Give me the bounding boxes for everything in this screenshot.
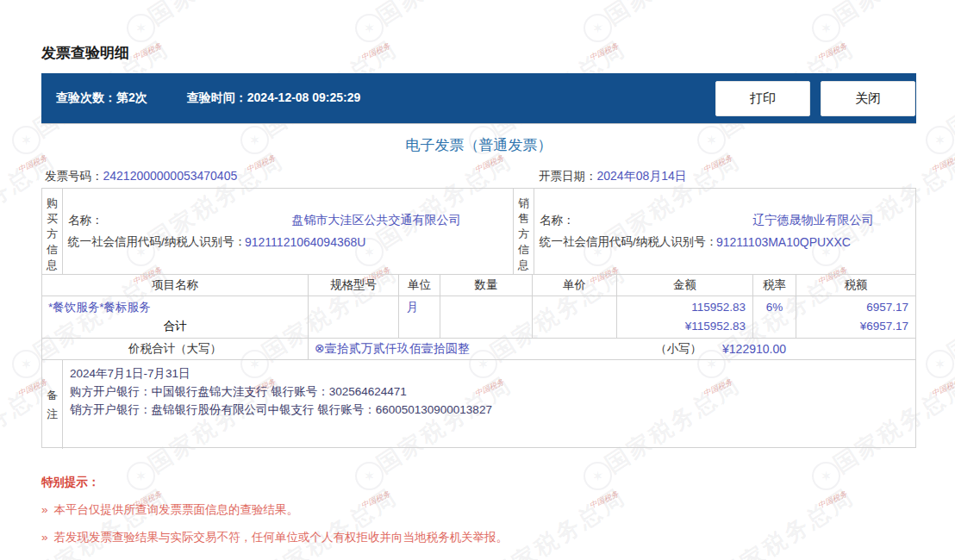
header-tax-rate: 税率 <box>753 275 796 296</box>
check-count: 查验次数：第2次 <box>56 90 147 106</box>
item-amount-col: 115952.83 ¥115952.83 <box>617 296 753 338</box>
item-tax-col: 6957.17 ¥6957.17 <box>796 296 915 338</box>
unit-spacer <box>399 318 440 338</box>
seller-name-value: 辽宁德晟物业有限公司 <box>716 213 910 228</box>
toolbar-buttons: 打印 关闭 <box>715 81 915 116</box>
item-spec <box>309 296 398 317</box>
item-quantity <box>440 296 532 317</box>
header-quantity: 数量 <box>440 275 533 296</box>
invoice-meta-row: 发票号码：24212000000053470405 开票日期：2024年08月1… <box>41 169 916 186</box>
invoice-date: 开票日期：2024年08月14日 <box>539 169 687 184</box>
invoice-number-value: 24212000000053470405 <box>103 169 238 183</box>
seller-info: 名称： 辽宁德晟物业有限公司 统一社会信用代码/纳税人识别号： 91211103… <box>534 189 915 274</box>
notice-item: »若发现发票查验结果与实际交易不符，任何单位或个人有权拒收并向当地税务机关举报。 <box>41 530 916 545</box>
buyer-panel-label: 购买方信息 <box>42 189 63 274</box>
items-row: *餐饮服务*餐标服务 合计 月 115952.83 ¥115952.8 <box>42 296 915 339</box>
buyer-taxid-line: 统一社会信用代码/纳税人识别号： 91211121064094368U <box>68 234 508 250</box>
page-title: 发票查验明细 <box>41 43 129 63</box>
item-unit-price <box>533 296 616 317</box>
remark-content: 2024年7月1日-7月31日 购方开户银行：中国银行盘锦大洼支行 银行账号：3… <box>63 360 915 449</box>
grand-total-label: 价税合计（大写） <box>42 339 309 359</box>
item-amount: 115952.83 <box>617 296 752 318</box>
header-amount: 金额 <box>617 275 753 296</box>
seller-name-label: 名称： <box>540 213 716 228</box>
item-rate-col: 6% <box>753 296 796 338</box>
remark-line: 2024年7月1日-7月31日 <box>70 364 908 383</box>
remark-row: 备注 2024年7月1日-7月31日 购方开户银行：中国银行盘锦大洼支行 银行账… <box>42 360 915 449</box>
item-tax: 6957.17 <box>796 296 915 318</box>
print-button[interactable]: 打印 <box>715 81 810 116</box>
item-unit: 月 <box>399 296 440 318</box>
buyer-taxid-value: 91211121064094368U <box>245 235 508 249</box>
qty-spacer <box>440 317 532 338</box>
invoice-type-title: 电子发票（普通发票） <box>41 135 916 155</box>
item-name: *餐饮服务*餐标服务 <box>42 296 308 318</box>
check-count-value: 第2次 <box>116 90 147 104</box>
notice-bullet-icon: » <box>41 503 48 516</box>
item-spec-col <box>309 296 399 338</box>
buyer-info: 名称： 盘锦市大洼区公共交通有限公司 统一社会信用代码/纳税人识别号： 9121… <box>63 189 514 274</box>
header-unit-price: 单价 <box>533 275 617 296</box>
grand-total-content: ⊗壹拾贰万贰仟玖佰壹拾圆整 （小写） ¥122910.00 <box>309 341 915 357</box>
item-unit-col: 月 <box>399 296 440 338</box>
item-name-col: *餐饮服务*餐标服务 合计 <box>42 296 309 338</box>
notice-item-text: 本平台仅提供所查询发票票面信息的查验结果。 <box>54 503 299 516</box>
subtotal-label: 合计 <box>42 318 308 338</box>
subtotal-tax: ¥6957.17 <box>796 318 915 338</box>
buyer-name-line: 名称： 盘锦市大洼区公共交通有限公司 <box>68 213 508 228</box>
notice-item-text: 若发现发票查验结果与实际交易不符，任何单位或个人有权拒收并向当地税务机关举报。 <box>54 531 509 544</box>
check-time: 查验时间：2024-12-08 09:25:29 <box>187 90 361 106</box>
invoice-number: 发票号码：24212000000053470405 <box>45 169 237 184</box>
remark-line: 购方开户银行：中国银行盘锦大洼支行 银行账号：302564624471 <box>70 383 908 401</box>
header-tax: 税额 <box>796 275 915 296</box>
items-header-row: 项目名称 规格型号 单位 数量 单价 金额 税率 税额 <box>42 275 915 296</box>
seller-taxid-line: 统一社会信用代码/纳税人识别号： 91211103MA10QPUXXC <box>540 234 910 250</box>
remark-panel-label: 备注 <box>42 360 63 449</box>
seller-taxid-value: 91211103MA10QPUXXC <box>716 235 910 249</box>
notice-bullet-icon: » <box>41 531 48 544</box>
invoice-date-label: 开票日期： <box>539 170 597 183</box>
grand-total-amount: ¥122910.00 <box>722 342 786 356</box>
price-spacer <box>533 317 616 338</box>
check-time-value: 2024-12-08 09:25:29 <box>247 90 361 104</box>
grand-total-row: 价税合计（大写） ⊗壹拾贰万贰仟玖佰壹拾圆整 （小写） ¥122910.00 <box>42 339 915 360</box>
buyer-name-value: 盘锦市大洼区公共交通有限公司 <box>245 213 508 228</box>
header-item-name: 项目名称 <box>42 275 309 296</box>
seller-name-line: 名称： 辽宁德晟物业有限公司 <box>540 213 910 228</box>
subtotal-amount: ¥115952.83 <box>617 318 752 338</box>
rate-spacer <box>753 318 796 338</box>
toolbar: 查验次数：第2次 查验时间：2024-12-08 09:25:29 打印 关闭 <box>41 73 916 123</box>
grand-total-lowercase-label: （小写） <box>655 341 702 357</box>
close-button[interactable]: 关闭 <box>821 81 915 116</box>
item-price-col <box>533 296 617 338</box>
item-tax-rate: 6% <box>753 296 796 318</box>
notice-title: 特别提示： <box>41 475 916 490</box>
buyer-taxid-label: 统一社会信用代码/纳税人识别号： <box>68 234 245 250</box>
seller-panel-label: 销售方信息 <box>514 189 534 274</box>
special-notice: 特别提示： »本平台仅提供所查询发票票面信息的查验结果。 »若发现发票查验结果与… <box>41 475 916 557</box>
invoice-table: 购买方信息 名称： 盘锦市大洼区公共交通有限公司 统一社会信用代码/纳税人识别号… <box>41 188 916 448</box>
invoice-date-value: 2024年08月14日 <box>597 169 687 183</box>
grand-total-uppercase: ⊗壹拾贰万贰仟玖佰壹拾圆整 <box>315 341 470 357</box>
item-qty-col <box>440 296 533 338</box>
spec-spacer <box>309 317 398 338</box>
seller-taxid-label: 统一社会信用代码/纳税人识别号： <box>540 234 716 250</box>
parties-row: 购买方信息 名称： 盘锦市大洼区公共交通有限公司 统一社会信用代码/纳税人识别号… <box>42 189 915 275</box>
invoice-number-label: 发票号码： <box>45 170 103 183</box>
buyer-name-label: 名称： <box>68 213 245 228</box>
check-time-label: 查验时间： <box>187 90 247 104</box>
notice-item: »本平台仅提供所查询发票票面信息的查验结果。 <box>41 502 916 518</box>
remark-line: 销方开户银行：盘锦银行股份有限公司中银支行 银行账号：6600501309000… <box>70 401 908 419</box>
check-count-label: 查验次数： <box>56 90 116 104</box>
header-spec: 规格型号 <box>309 275 399 296</box>
header-unit: 单位 <box>399 275 440 296</box>
